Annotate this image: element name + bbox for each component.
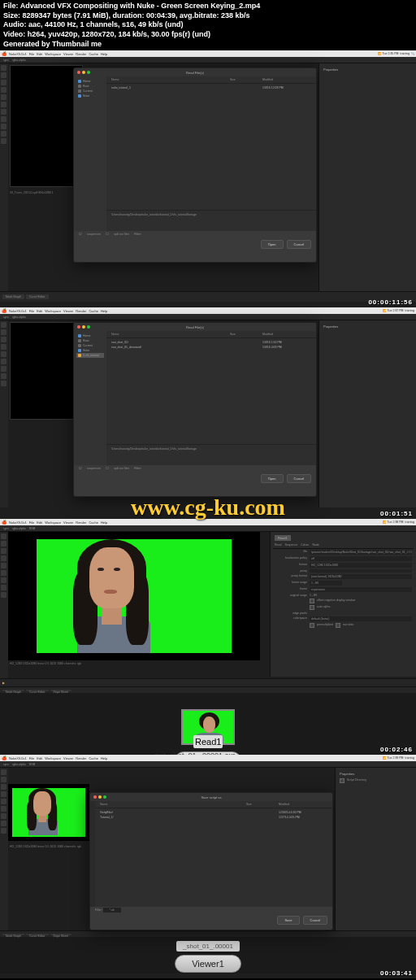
cancel-button[interactable]: Cancel: [287, 240, 311, 249]
tool-icon[interactable]: [1, 131, 6, 137]
minimize-icon[interactable]: [98, 795, 102, 799]
clock[interactable]: Tue 2:35 PM: [383, 52, 399, 55]
channel-selector[interactable]: rgba.alpha: [12, 59, 26, 62]
tool-icon[interactable]: [1, 381, 6, 386]
file-row[interactable]: rwo_shot_01_denoised/ 1/3/16 4:09 PM: [111, 345, 311, 350]
viewer-panel[interactable]: [8, 532, 260, 660]
tool-icon[interactable]: [1, 563, 6, 568]
tool-icon[interactable]: [1, 116, 6, 122]
tool-icon[interactable]: [1, 138, 6, 144]
menu-cache[interactable]: Cache: [89, 52, 98, 56]
app-name[interactable]: NukeX9.0v1: [9, 52, 27, 56]
premult-checkbox[interactable]: [310, 623, 314, 628]
tab-colour[interactable]: Colour: [301, 543, 309, 547]
menu-render[interactable]: Render: [76, 52, 86, 56]
tool-icon[interactable]: [1, 102, 6, 107]
tool-icon[interactable]: [1, 72, 6, 78]
close-icon[interactable]: [77, 71, 80, 74]
file-field[interactable]: /private/student/Desktop/Nuke/Shot_01/fo…: [310, 550, 412, 555]
close-icon[interactable]: [93, 795, 97, 799]
tool-icon[interactable]: [1, 806, 6, 812]
tool-icon[interactable]: [1, 541, 6, 547]
proxy-format-dropdown[interactable]: (root.format) 1920x1080: [310, 574, 412, 579]
col-size[interactable]: Size: [230, 78, 262, 81]
menu-help[interactable]: Help: [101, 52, 107, 56]
tab-node-graph[interactable]: Node Graph: [2, 934, 24, 935]
file-list[interactable]: nuke_tutorial_1 1/3/16 12:03 PM: [106, 84, 316, 210]
cancel-button[interactable]: Cancel: [303, 916, 327, 925]
split-checkbox[interactable]: ☐: [106, 233, 109, 236]
open-button[interactable]: Open: [261, 474, 284, 483]
viewer-panel[interactable]: [10, 322, 83, 420]
tool-icon[interactable]: [1, 322, 6, 328]
tool-icon[interactable]: [1, 337, 6, 342]
raw-checkbox[interactable]: [336, 623, 340, 628]
tool-icon[interactable]: [1, 548, 6, 554]
menu-viewer[interactable]: Viewer: [63, 52, 73, 56]
viewer-panel[interactable]: [10, 65, 83, 187]
tool-icon[interactable]: [1, 799, 6, 804]
format-dropdown[interactable]: HD_1280 1920x1080: [310, 563, 412, 568]
file-row[interactable]: nuke_tutorial_1 1/3/16 12:03 PM: [111, 85, 311, 90]
save-button[interactable]: Save: [277, 916, 299, 925]
tool-icon[interactable]: [1, 777, 6, 782]
play-icon[interactable]: ▶: [2, 682, 5, 684]
tool-icon[interactable]: [1, 80, 6, 85]
path-field[interactable]: /Users/training/Desktop/nuke_tutorials/t…: [106, 444, 316, 453]
tool-icon[interactable]: [1, 65, 6, 71]
node-graph[interactable]: _shot_01_.00001 Viewer1: [0, 937, 416, 973]
tool-icon[interactable]: [1, 577, 6, 583]
tab-read[interactable]: Read: [275, 543, 281, 547]
tab-curve-editor[interactable]: Curve Editor: [26, 934, 48, 935]
col-name[interactable]: Name: [111, 78, 230, 81]
col-modified[interactable]: Modified: [262, 78, 311, 81]
tool-icon[interactable]: [1, 373, 6, 379]
tool-icon[interactable]: [1, 585, 6, 590]
localize-dropdown[interactable]: off: [310, 556, 412, 561]
tool-icon[interactable]: [1, 344, 6, 350]
tool-icon[interactable]: [1, 124, 6, 129]
menu-file[interactable]: File: [29, 52, 34, 56]
maximize-icon[interactable]: [87, 325, 90, 329]
wifi-icon[interactable]: 📶: [378, 52, 381, 55]
node-graph[interactable]: rwo_shot_01_.00001.exr Read1 Viewer1: [0, 693, 416, 758]
colorspace-dropdown[interactable]: default (linear): [310, 616, 412, 621]
tool-icon[interactable]: [1, 784, 6, 790]
cancel-button[interactable]: Cancel: [287, 474, 311, 483]
viewer-panel[interactable]: [8, 784, 89, 841]
tab-node[interactable]: Node: [312, 543, 318, 547]
tab-dope-sheet[interactable]: Dope Sheet: [50, 934, 72, 935]
auto-alpha-checkbox[interactable]: [310, 605, 314, 610]
tool-icon[interactable]: [1, 813, 6, 819]
tool-icon[interactable]: [1, 791, 6, 797]
tool-icon[interactable]: [1, 329, 6, 335]
tool-icon[interactable]: [1, 109, 6, 115]
tool-icon[interactable]: [1, 351, 6, 357]
tool-icon[interactable]: [1, 87, 6, 93]
menu-edit[interactable]: Edit: [37, 52, 42, 56]
tab-node-graph[interactable]: Node Graph: [2, 690, 24, 691]
tool-icon[interactable]: [1, 94, 6, 100]
sequences-checkbox[interactable]: ☑: [79, 233, 82, 236]
minimize-icon[interactable]: [82, 325, 85, 329]
close-icon[interactable]: [77, 325, 80, 329]
menu-workspace[interactable]: Workspace: [45, 52, 61, 56]
apple-icon[interactable]: 🍎: [2, 308, 6, 313]
sidebar-nuke[interactable]: Nuke: [76, 94, 104, 98]
tab-curve-editor[interactable]: Curve Editor: [26, 690, 48, 691]
tool-icon[interactable]: [1, 359, 6, 364]
user-name[interactable]: training: [401, 52, 410, 55]
sync-toggle[interactable]: sync: [3, 59, 9, 62]
open-button[interactable]: Open: [261, 240, 284, 249]
tab-node-graph[interactable]: Node Graph: [2, 294, 24, 299]
tool-icon[interactable]: [1, 592, 6, 598]
tab-dope-sheet[interactable]: Dope Sheet: [50, 690, 72, 691]
tool-icon[interactable]: [1, 366, 6, 372]
tool-icon[interactable]: [1, 821, 6, 826]
tool-icon[interactable]: [1, 570, 6, 576]
tool-icon[interactable]: [1, 534, 6, 539]
frame-dropdown[interactable]: expression: [310, 587, 412, 592]
sidebar-tutorial[interactable]: 5.vfx_tutorial: [76, 353, 104, 358]
filter-dropdown[interactable]: *.nk: [103, 908, 121, 912]
viewer-node[interactable]: Viewer1: [175, 955, 241, 973]
